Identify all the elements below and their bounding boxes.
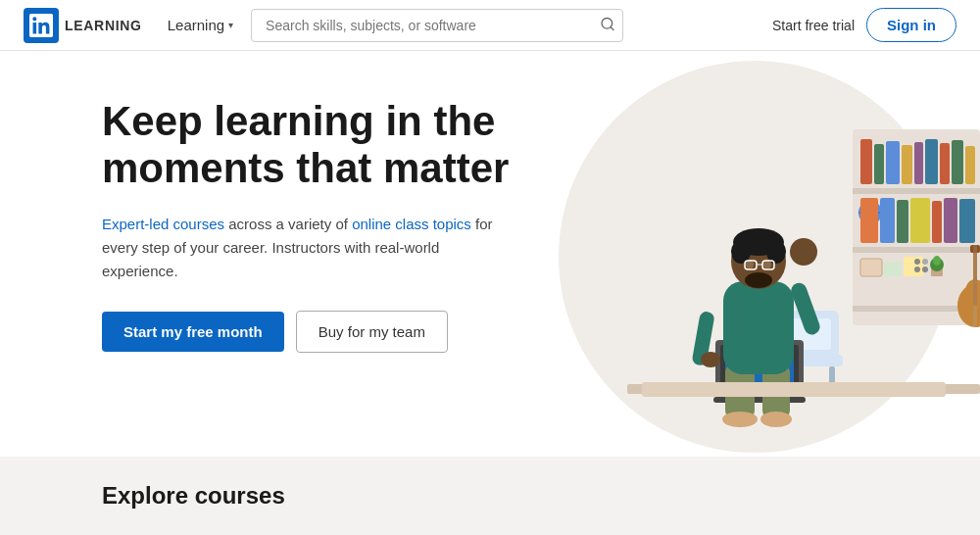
linkedin-logo-icon (24, 8, 59, 43)
svg-point-33 (914, 259, 920, 265)
nav-label: Learning (168, 17, 224, 33)
expert-led-courses-link[interactable]: Expert-led courses (102, 216, 224, 232)
svg-rect-10 (902, 145, 912, 184)
svg-rect-24 (932, 201, 942, 243)
hero-illustration (470, 51, 980, 457)
header-actions: Start free trial Sign in (772, 8, 956, 42)
svg-rect-5 (853, 247, 980, 253)
logo-text: LEARNING (65, 18, 142, 33)
svg-rect-9 (886, 141, 900, 184)
header: LEARNING Learning ▾ Start free trial Sig… (0, 0, 980, 51)
svg-rect-57 (723, 281, 794, 374)
hero-buttons: Start my free month Buy for my team (102, 311, 510, 353)
learning-nav-dropdown[interactable]: Learning ▾ (158, 11, 243, 39)
svg-rect-11 (914, 142, 923, 184)
svg-rect-15 (965, 146, 975, 184)
online-class-topics-link[interactable]: online class topics (352, 216, 471, 232)
hero-content: Keep learning in the moments that matter… (0, 51, 510, 457)
svg-rect-72 (642, 382, 946, 397)
search-icon (600, 16, 615, 31)
search-button[interactable] (600, 16, 615, 34)
start-free-trial-button[interactable]: Start free trial (772, 18, 855, 33)
svg-rect-25 (944, 198, 957, 243)
svg-rect-23 (910, 198, 930, 243)
search-container (251, 9, 623, 42)
sign-in-button[interactable]: Sign in (866, 8, 956, 42)
svg-point-67 (745, 272, 772, 288)
start-free-month-button[interactable]: Start my free month (102, 312, 284, 352)
svg-point-36 (922, 267, 928, 272)
chevron-down-icon: ▾ (228, 20, 233, 30)
svg-rect-12 (925, 139, 938, 184)
svg-rect-40 (970, 245, 980, 253)
svg-rect-27 (860, 259, 882, 276)
search-input[interactable] (251, 9, 623, 42)
explore-section: Explore courses (0, 457, 980, 535)
svg-point-56 (760, 412, 792, 427)
buy-for-team-button[interactable]: Buy for my team (296, 311, 448, 353)
svg-point-69 (790, 238, 817, 266)
hero-subtitle: Expert-led courses across a variety of o… (102, 213, 510, 283)
svg-rect-28 (884, 262, 902, 276)
svg-rect-20 (860, 198, 878, 243)
svg-rect-26 (959, 199, 975, 243)
svg-rect-13 (940, 143, 950, 184)
hero-title: Keep learning in the moments that matter (102, 98, 510, 193)
svg-rect-39 (973, 247, 977, 306)
svg-rect-4 (853, 188, 980, 194)
logo-area: LEARNING (24, 8, 142, 43)
svg-rect-29 (904, 257, 923, 276)
svg-point-71 (701, 352, 720, 367)
svg-point-32 (933, 256, 941, 266)
hero-section: Keep learning in the moments that matter… (0, 51, 980, 457)
svg-rect-22 (897, 200, 908, 243)
svg-point-55 (722, 412, 758, 427)
svg-point-35 (914, 267, 920, 272)
svg-rect-8 (874, 144, 884, 184)
svg-point-34 (922, 259, 928, 265)
svg-line-1 (611, 26, 613, 29)
svg-rect-7 (860, 139, 872, 184)
svg-rect-21 (880, 198, 895, 243)
svg-rect-14 (952, 140, 963, 184)
explore-courses-title: Explore courses (102, 482, 285, 510)
